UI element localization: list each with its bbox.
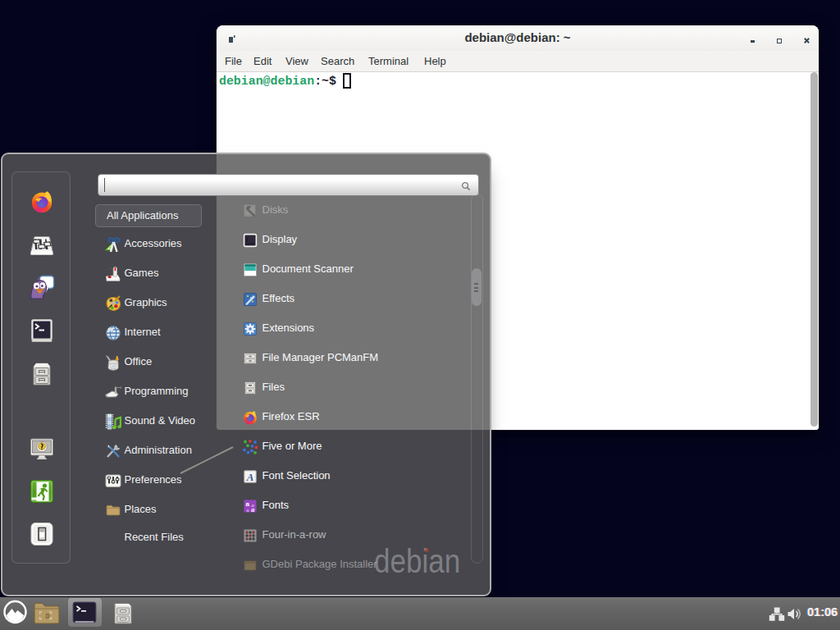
svg-text:D: D: [46, 613, 50, 621]
svg-text:A: A: [246, 471, 254, 483]
svg-text:a: a: [251, 506, 254, 514]
